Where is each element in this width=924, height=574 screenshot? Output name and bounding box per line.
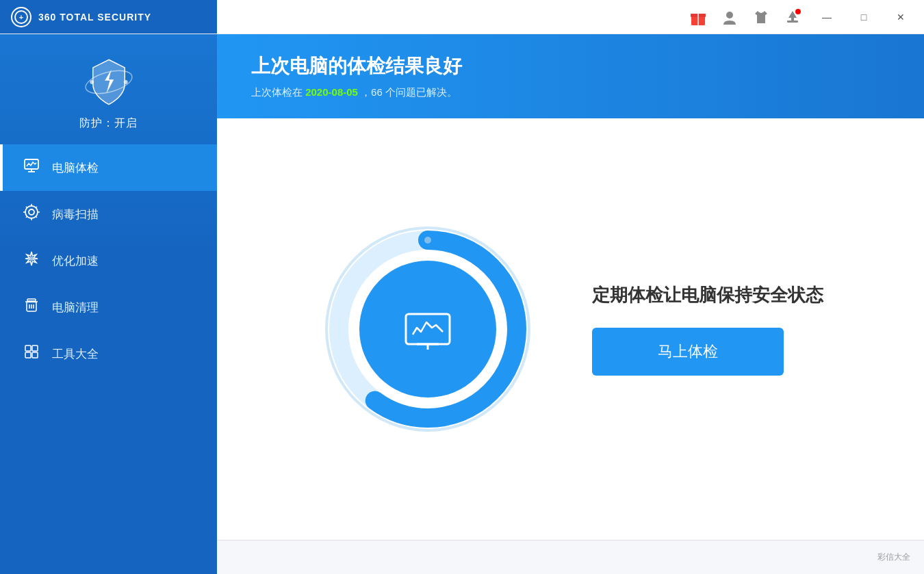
upload-icon[interactable] — [783, 8, 802, 27]
maximize-button[interactable]: □ — [851, 7, 876, 27]
svg-point-9 — [90, 80, 94, 84]
status-date: 2020-08-05 — [305, 86, 358, 98]
svg-rect-35 — [32, 352, 38, 358]
sidebar: 防护：开启 电脑体检 — [0, 34, 217, 574]
svg-line-22 — [36, 207, 37, 208]
sidebar-label-optimize: 优化加速 — [52, 253, 99, 269]
gift-icon[interactable] — [689, 8, 708, 27]
svg-line-23 — [26, 216, 27, 218]
svg-text:+: + — [19, 13, 23, 21]
notification-badge — [795, 9, 801, 14]
virus-scan-icon — [22, 203, 41, 225]
shirt-icon[interactable] — [752, 8, 771, 27]
subtitle-suffix: ，66 个问题已解决。 — [358, 86, 457, 98]
svg-point-5 — [726, 12, 733, 18]
optimize-icon — [22, 250, 41, 272]
svg-line-21 — [36, 216, 37, 218]
status-banner: 上次电脑的体检结果良好 上次体检在 2020-08-05 ，66 个问题已解决。 — [217, 34, 924, 118]
bottom-bar: 彩信大全 — [217, 540, 924, 574]
svg-rect-25 — [27, 299, 36, 301]
status-subtitle: 上次体检在 2020-08-05 ，66 个问题已解决。 — [251, 86, 890, 99]
titlebar-left: + 360 TOTAL SECURITY — [0, 0, 217, 34]
svg-point-43 — [424, 237, 431, 244]
sidebar-label-clean: 电脑清理 — [52, 300, 99, 315]
sidebar-item-optimize[interactable]: 优化加速 — [0, 237, 217, 284]
cta-section: 定期体检让电脑保持安全状态 马上体检 — [592, 283, 823, 376]
svg-point-24 — [29, 257, 34, 261]
svg-point-15 — [29, 209, 34, 215]
sidebar-logo: 防护：开启 — [0, 34, 217, 144]
donut-chart — [318, 220, 537, 439]
body-area: 定期体检让电脑保持安全状态 马上体检 — [217, 118, 924, 540]
svg-rect-33 — [32, 345, 38, 351]
content-area: 上次电脑的体检结果良好 上次体检在 2020-08-05 ，66 个问题已解决。 — [217, 34, 924, 574]
svg-rect-34 — [25, 352, 31, 358]
main-layout: 防护：开启 电脑体检 — [0, 34, 924, 574]
sidebar-nav: 电脑体检 — [0, 144, 217, 574]
tools-icon — [22, 343, 41, 365]
close-button[interactable]: ✕ — [888, 7, 913, 27]
protection-status: 防护：开启 — [79, 116, 138, 131]
scan-now-button[interactable]: 马上体检 — [592, 328, 784, 376]
svg-rect-6 — [787, 21, 798, 23]
clean-icon — [22, 296, 41, 318]
titlebar-controls: — □ ✕ — [689, 7, 913, 27]
svg-rect-32 — [25, 345, 31, 351]
user-icon[interactable] — [720, 8, 739, 27]
donut-svg — [318, 220, 537, 439]
shield-icon — [81, 55, 136, 109]
status-title: 上次电脑的体检结果良好 — [251, 53, 890, 79]
titlebar: + 360 TOTAL SECURITY — [0, 0, 924, 34]
svg-line-20 — [26, 207, 27, 208]
app-title: 360 TOTAL SECURITY — [38, 12, 151, 23]
pc-health-icon — [22, 157, 41, 179]
sidebar-item-clean[interactable]: 电脑清理 — [0, 284, 217, 330]
subtitle-prefix: 上次体检在 — [251, 86, 305, 98]
sidebar-item-pc-health[interactable]: 电脑体检 — [0, 144, 217, 191]
svg-point-10 — [123, 80, 127, 84]
minimize-button[interactable]: — — [814, 7, 839, 27]
sidebar-item-virus-scan[interactable]: 病毒扫描 — [0, 191, 217, 237]
sidebar-label-virus-scan: 病毒扫描 — [52, 207, 99, 222]
bottom-watermark: 彩信大全 — [877, 551, 910, 563]
sidebar-label-pc-health: 电脑体检 — [52, 160, 99, 176]
svg-point-39 — [359, 261, 496, 397]
logo-icon: + — [11, 7, 31, 27]
sidebar-item-tools[interactable]: 工具大全 — [0, 330, 217, 377]
sidebar-label-tools: 工具大全 — [52, 346, 99, 362]
cta-title: 定期体检让电脑保持安全状态 — [592, 283, 823, 307]
